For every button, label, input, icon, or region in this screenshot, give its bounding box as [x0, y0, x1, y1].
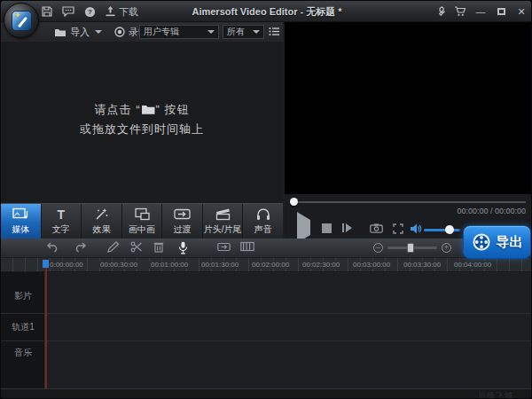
- ruler-label: 00:02:00:00: [250, 261, 291, 269]
- tools-button[interactable]: [435, 6, 446, 17]
- transition-icon: [174, 207, 191, 222]
- chevron-down-icon: [253, 30, 260, 34]
- ruler-label: 00:03:30:00: [402, 261, 442, 269]
- wrench-icon: [435, 6, 446, 17]
- fullscreen-icon: [393, 223, 403, 234]
- help-button[interactable]: ?: [84, 6, 96, 18]
- hint-line1-prefix: 请点击 “: [95, 103, 141, 116]
- hint-line1: 请点击 “” 按钮: [1, 100, 283, 120]
- minimize-button[interactable]: —: [474, 6, 487, 17]
- volume-slider-fill: [424, 229, 459, 231]
- track-label-video[interactable]: 影片: [1, 290, 45, 302]
- timeline-section: − + 0:00:00:00 00:00:30:00 00:01:00:00 0…: [1, 239, 532, 399]
- tab-transitions[interactable]: 过渡: [162, 204, 203, 239]
- zoom-in-icon[interactable]: +: [442, 243, 451, 253]
- download-icon: [106, 6, 115, 17]
- pip-icon: [135, 207, 150, 222]
- timeline-zoom-controls: − +: [373, 243, 451, 253]
- tab-text[interactable]: T 文字: [42, 204, 82, 239]
- undo-icon: [47, 241, 59, 253]
- split-button[interactable]: [130, 241, 143, 253]
- ruler-label: 00:02:30:00: [301, 261, 341, 269]
- stop-button[interactable]: [322, 223, 332, 233]
- maximize-icon: [497, 8, 505, 15]
- filter-select-value: 所有: [227, 26, 245, 38]
- media-toolbar: 导入 录制 用户专辑 所有: [1, 22, 283, 42]
- tab-label: 效果: [92, 223, 110, 236]
- fullscreen-button[interactable]: [393, 223, 403, 234]
- track1-track[interactable]: [46, 314, 532, 340]
- voiceover-button[interactable]: [178, 241, 188, 254]
- title-bar: ? 下载 Aimersoft Video Editor - 无标题 * — ✕: [1, 1, 532, 22]
- playhead-line[interactable]: [45, 266, 47, 388]
- download-button[interactable]: 下载: [106, 5, 138, 19]
- export-label: 导出: [497, 234, 523, 251]
- filter-select[interactable]: 所有: [223, 25, 264, 39]
- ruler-label: 00:01:00:00: [149, 261, 190, 269]
- album-select[interactable]: 用户专辑: [139, 25, 219, 39]
- maximize-button[interactable]: [495, 6, 507, 17]
- close-button[interactable]: ✕: [515, 6, 528, 18]
- tab-effects[interactable]: 效果: [82, 204, 122, 239]
- volume-handle[interactable]: [445, 225, 454, 234]
- tab-label: 媒体: [12, 223, 29, 236]
- time-ruler[interactable]: 0:00:00:00 00:00:30:00 00:01:00:00 00:01…: [1, 258, 532, 272]
- redo-button[interactable]: [74, 241, 86, 253]
- seek-handle[interactable]: [290, 198, 298, 206]
- next-frame-button[interactable]: [341, 223, 353, 233]
- timecode-display: 00:00:00 / 00:00:00: [457, 207, 526, 215]
- media-drop-area[interactable]: 请点击 “” 按钮 或拖放文件到时间轴上: [1, 42, 283, 203]
- export-button[interactable]: 导出: [463, 225, 531, 259]
- snapshot-camera-icon: [370, 223, 383, 233]
- save-button[interactable]: [42, 6, 52, 17]
- film-reel-icon: [472, 232, 491, 252]
- magic-wand-icon: ✦: [12, 11, 32, 31]
- ruler-label: 00:00:30:00: [98, 261, 139, 269]
- timeline-footer: 川插飞城: [1, 388, 532, 399]
- play-button[interactable]: [297, 220, 310, 236]
- watermark-text: 川插飞城: [478, 390, 513, 399]
- zoom-slider[interactable]: [387, 246, 437, 249]
- snapshot-button[interactable]: [370, 223, 383, 233]
- track-label-track1[interactable]: 轨道1: [1, 321, 45, 333]
- scene-detect-button[interactable]: [217, 241, 231, 252]
- redo-icon: [74, 241, 86, 253]
- ruler-label: 00:03:00:00: [351, 261, 392, 269]
- video-track[interactable]: [46, 272, 532, 313]
- delete-button[interactable]: [153, 241, 164, 253]
- feedback-button[interactable]: [62, 6, 74, 17]
- undo-button[interactable]: [47, 241, 59, 253]
- tab-sound[interactable]: 声音: [243, 204, 283, 239]
- tab-label: 片头/片尾: [204, 223, 242, 236]
- app-logo[interactable]: ✦: [4, 3, 39, 38]
- ruler-label: 00:04:00:00: [452, 261, 493, 269]
- tab-media[interactable]: 媒体: [1, 204, 42, 239]
- view-mode-button[interactable]: [269, 27, 279, 36]
- import-button[interactable]: 导入: [54, 26, 102, 39]
- media-icon: [12, 207, 28, 222]
- zoom-out-icon[interactable]: −: [373, 243, 383, 253]
- tab-pip[interactable]: 画中画: [122, 204, 163, 239]
- volume-button[interactable]: [410, 223, 422, 234]
- tab-intro-credits[interactable]: 片头/片尾: [203, 204, 244, 239]
- zoom-slider-handle[interactable]: [407, 243, 414, 253]
- text-icon: T: [58, 207, 66, 222]
- track-header-column: 影片 轨道1 音乐: [1, 272, 45, 388]
- import-label: 导入: [70, 26, 90, 39]
- clapperboard-icon: [215, 207, 231, 222]
- purchase-button[interactable]: [454, 6, 466, 17]
- folder-icon: [141, 104, 156, 115]
- stop-icon: [322, 223, 332, 233]
- hint-line2: 或拖放文件到时间轴上: [1, 120, 283, 139]
- playhead-flag[interactable]: [43, 260, 49, 268]
- music-track[interactable]: [46, 341, 532, 388]
- hint-line1-suffix: ” 按钮: [156, 103, 190, 116]
- seek-bar[interactable]: [293, 201, 526, 203]
- edit-button[interactable]: [107, 241, 120, 253]
- add-marker-button[interactable]: [240, 241, 254, 252]
- timeline-toolbar: − +: [1, 239, 532, 258]
- ruler-label: 00:01:30:00: [200, 261, 240, 269]
- edit-icon: [107, 241, 120, 253]
- track-label-music[interactable]: 音乐: [1, 347, 45, 359]
- chevron-down-icon: [95, 30, 102, 34]
